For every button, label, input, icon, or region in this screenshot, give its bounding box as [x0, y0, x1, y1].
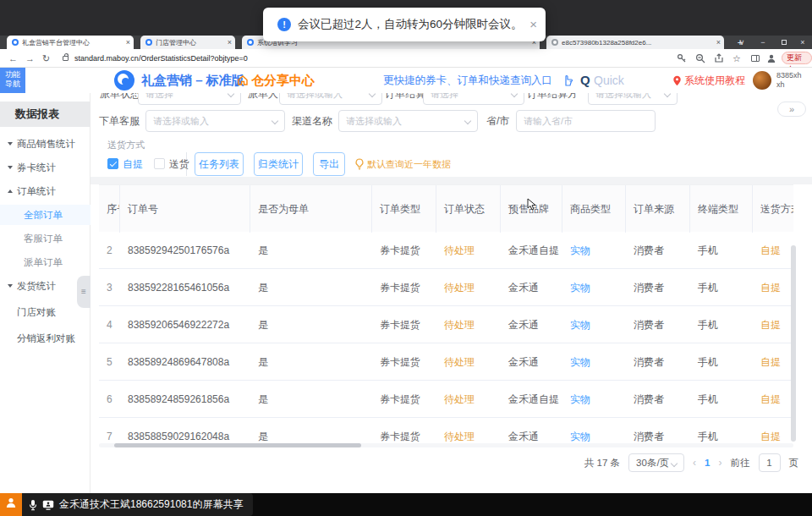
expand-filters-button[interactable]: »	[777, 102, 806, 117]
table-cell[interactable]: 实物	[562, 381, 626, 418]
back-icon[interactable]: ←	[8, 49, 18, 68]
toast-message: 会议已超过2人，自动转为60分钟限时会议。	[298, 8, 523, 41]
sidebar-collapse-handle[interactable]: ≡	[77, 276, 91, 308]
quick-search-icon[interactable]: Q	[580, 68, 590, 93]
sidebar-item-4[interactable]: 客服订单	[0, 228, 91, 249]
action-button-2[interactable]: 导出	[313, 152, 345, 176]
table-cell[interactable]: 实物	[562, 418, 626, 442]
table-cell: 券卡提货	[372, 343, 436, 381]
sidebar-item-7[interactable]: 门店对账	[0, 302, 91, 322]
site-favicon-icon	[145, 39, 152, 46]
quick-entry-text[interactable]: 更快捷的券卡、订单和快递查询入口	[383, 68, 552, 93]
orders-table: 序号订单号是否为母单订单类型订单状态预售品牌商品类型订单来源终端类型送货方式 2…	[99, 184, 793, 442]
side-panel-icon[interactable]	[751, 55, 760, 62]
table-cell: 自提	[753, 306, 793, 343]
action-button-1[interactable]: 归类统计	[254, 152, 303, 176]
sidebar-item-1[interactable]: 券卡统计	[0, 157, 91, 178]
page-size-select[interactable]: 30条/页	[628, 453, 684, 472]
checkbox-0[interactable]	[107, 158, 118, 169]
chrome-update-button[interactable]: 更新 ⋮	[782, 52, 812, 64]
current-page[interactable]: 1	[705, 458, 710, 468]
table-row: 383859228165461056a是券卡提货待处理金禾通实物消费者手机自提	[99, 269, 793, 306]
delivery-method-label: 送货方式	[107, 139, 145, 151]
sidebar-item-label: 全部订单	[24, 210, 63, 220]
table-cell[interactable]: 实物	[562, 232, 626, 269]
profile-avatar-icon[interactable]	[766, 53, 776, 63]
action-button-0[interactable]: 任务列表	[195, 152, 244, 176]
chevron-down-icon	[671, 460, 678, 467]
table-cell: 待处理	[436, 381, 501, 418]
table-cell[interactable]: 实物	[562, 306, 626, 343]
page-unit-label: 页	[789, 457, 799, 469]
checkbox-1[interactable]	[154, 158, 165, 169]
site-favicon-icon	[247, 39, 254, 46]
filter-select-省/市[interactable]: 请输入省/市	[516, 110, 656, 132]
browser-tab[interactable]: e8c573980b1328a258fd2e6...×	[546, 36, 724, 49]
bookmark-star-icon[interactable]: ☆	[732, 49, 741, 68]
table-cell[interactable]: 实物	[562, 343, 626, 381]
goto-page-input[interactable]: 1	[759, 453, 781, 472]
table-header-cell: 订单类型	[372, 185, 436, 233]
prev-page-button[interactable]: ‹	[693, 457, 696, 469]
placeholder-text: 请选择	[431, 93, 458, 104]
window-restore-icon[interactable]	[776, 36, 792, 49]
filter-label: 订单结算方	[527, 93, 578, 105]
user-name: 8385xhxh	[776, 71, 802, 90]
table-cell: 是	[250, 306, 372, 343]
filter-select-派单状态[interactable]: 请选择	[138, 93, 241, 105]
window-minimize-icon[interactable]: −	[755, 36, 771, 49]
action-row: 默认查询近一年数据 自提送货任务列表归类统计导出	[91, 152, 812, 176]
filter-row-1: 派单状态请选择派单人请选择或输入订单结算请选择订单结算方请选择或输入	[91, 93, 812, 105]
toast-close-icon[interactable]: ×	[529, 8, 537, 41]
filter-select-下单客服[interactable]: 请选择或输入	[145, 110, 285, 132]
filter-select-派单人[interactable]: 请选择或输入	[279, 93, 382, 105]
table-cell: 券卡提货	[372, 306, 436, 343]
user-avatar[interactable]	[753, 71, 771, 90]
table-cell: 消费者	[626, 418, 690, 442]
forward-icon[interactable]: →	[25, 49, 35, 68]
info-icon: !	[277, 18, 291, 31]
sidebar-item-3[interactable]: 全部订单	[0, 205, 91, 225]
sidebar-item-label: 派单订单	[24, 257, 63, 267]
share-icon[interactable]	[714, 53, 724, 63]
tab-close-icon[interactable]: ×	[716, 38, 721, 47]
site-favicon-icon	[12, 39, 19, 46]
share-center-link[interactable]: 仓分享中心	[237, 68, 315, 93]
tab-close-icon[interactable]: ×	[126, 38, 130, 47]
table-cell[interactable]: 实物	[562, 269, 626, 306]
reload-icon[interactable]: ↻	[42, 49, 50, 68]
quick-label[interactable]: Quick	[594, 68, 624, 93]
goto-label: 前往	[731, 457, 750, 469]
filter-select-订单结算方[interactable]: 请选择或输入	[588, 93, 678, 105]
sidebar-item-8[interactable]: 分销返利对账	[0, 328, 91, 349]
window-menu-chevron-icon[interactable]: ∨	[734, 36, 749, 49]
tutorial-link[interactable]: 系统使用教程	[684, 68, 745, 93]
function-nav-toggle[interactable]: 功能导航	[0, 68, 25, 93]
browser-tab[interactable]: 礼盒营销平台管理中心×	[7, 36, 134, 49]
browser-tab[interactable]: 门店管理中心×	[140, 36, 235, 49]
sidebar-item-label: 客服订单	[24, 233, 63, 244]
filter-row-2: 下单客服请选择或输入渠道名称请选择或输入省/市请输入省/市	[91, 110, 812, 132]
filter-label: 订单结算	[385, 93, 425, 105]
table-cell: 金禾通	[501, 269, 562, 306]
divider-band	[91, 177, 812, 184]
url-text[interactable]: standard.maboy.cn/OrderStatisticsDetail?…	[74, 49, 248, 68]
filter-select-订单结算[interactable]: 请选择	[423, 93, 524, 105]
table-cell: 消费者	[626, 306, 690, 343]
sidebar-item-label: 商品销售统计	[17, 139, 75, 149]
table-cell: 待处理	[436, 269, 501, 306]
sidebar-item-2[interactable]: 订单统计	[0, 181, 91, 201]
zoom-icon[interactable]	[695, 53, 705, 63]
filter-select-渠道名称[interactable]: 请选择或输入	[338, 110, 478, 132]
horizontal-scrollbar-thumb[interactable]	[114, 443, 361, 447]
app-logo-icon	[114, 70, 134, 91]
sidebar-item-0[interactable]: 商品销售统计	[0, 134, 91, 154]
table-cell: 金禾通	[501, 418, 562, 442]
tab-close-icon[interactable]: ×	[228, 38, 232, 47]
window-close-icon[interactable]: ×	[795, 36, 810, 49]
vertical-scrollbar-thumb[interactable]	[791, 245, 796, 442]
key-icon[interactable]	[677, 53, 687, 63]
sidebar-item-5[interactable]: 派单订单	[0, 252, 91, 272]
chevron-icon	[8, 189, 13, 193]
next-page-button[interactable]: ›	[719, 457, 722, 469]
